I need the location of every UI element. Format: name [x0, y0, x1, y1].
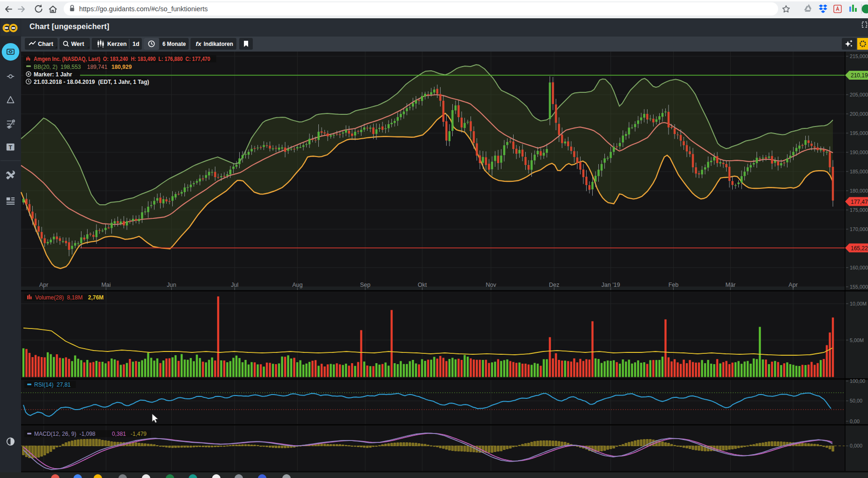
svg-text:Mär: Mär [726, 282, 736, 288]
svg-text:Dez: Dez [549, 282, 559, 288]
svg-text:2,76M: 2,76M [88, 294, 103, 301]
svg-text:-1,479: -1,479 [131, 431, 147, 437]
svg-text:170,000: 170,000 [850, 226, 868, 232]
svg-text:50,00: 50,00 [850, 398, 862, 403]
svg-text:160,000: 160,000 [850, 265, 868, 270]
svg-text:RSI(14) 27,81: RSI(14) 27,81 [34, 381, 71, 388]
svg-text:165,220: 165,220 [851, 245, 868, 252]
svg-text:215,000: 215,000 [850, 53, 868, 59]
svg-text:Marker: 1 Jahr: Marker: 1 Jahr [34, 71, 72, 78]
svg-text:MACD(12, 26, 9) -1,098: MACD(12, 26, 9) -1,098 [34, 431, 96, 437]
svg-text:Feb: Feb [669, 282, 679, 288]
svg-text:Volume(28) 8,18M: Volume(28) 8,18M [35, 294, 82, 301]
svg-text:0,00: 0,00 [850, 418, 860, 424]
svg-text:Jun: Jun [167, 282, 176, 288]
svg-text:Apr: Apr [39, 282, 48, 288]
svg-text:Apr: Apr [788, 282, 797, 288]
svg-text:185,000: 185,000 [850, 169, 868, 174]
svg-text:180,000: 180,000 [850, 188, 868, 194]
svg-text:Aug: Aug [292, 282, 302, 288]
svg-text:10,00M: 10,00M [850, 301, 867, 306]
svg-text:205,000: 205,000 [850, 92, 868, 97]
svg-text:195,000: 195,000 [850, 130, 868, 136]
svg-text:Sep: Sep [360, 282, 370, 288]
svg-text:Amgen Inc. (NASDAQ, Last) O:: Amgen Inc. (NASDAQ, Last) O: 183,240 H: … [34, 56, 210, 62]
svg-text:Mai: Mai [101, 282, 110, 288]
svg-text:177,470: 177,470 [851, 199, 868, 205]
svg-text:100,00: 100,00 [850, 378, 865, 384]
svg-text:200,000: 200,000 [850, 111, 868, 117]
svg-text:0,381: 0,381 [112, 431, 126, 437]
svg-text:190,000: 190,000 [850, 149, 868, 155]
svg-text:155,000: 155,000 [850, 284, 868, 290]
svg-text:Jul: Jul [231, 282, 238, 288]
svg-text:Nov: Nov [486, 282, 497, 288]
svg-text:189,741: 189,741 [87, 64, 108, 70]
svg-text:210,190: 210,190 [851, 72, 868, 79]
svg-text:0,000: 0,000 [850, 443, 862, 448]
svg-text:5,00M: 5,00M [850, 337, 864, 343]
svg-text:BB(20, 2) 198,553: BB(20, 2) 198,553 [34, 64, 81, 70]
svg-text:180,929: 180,929 [111, 64, 132, 70]
svg-text:Okt: Okt [418, 282, 427, 288]
svg-text:Jan '19: Jan '19 [602, 282, 620, 288]
svg-text:21.03.2018 - 18.04.2019 (EDT,: 21.03.2018 - 18.04.2019 (EDT, 1 Jahr, 1 … [34, 79, 149, 85]
svg-text:175,000: 175,000 [850, 207, 868, 213]
